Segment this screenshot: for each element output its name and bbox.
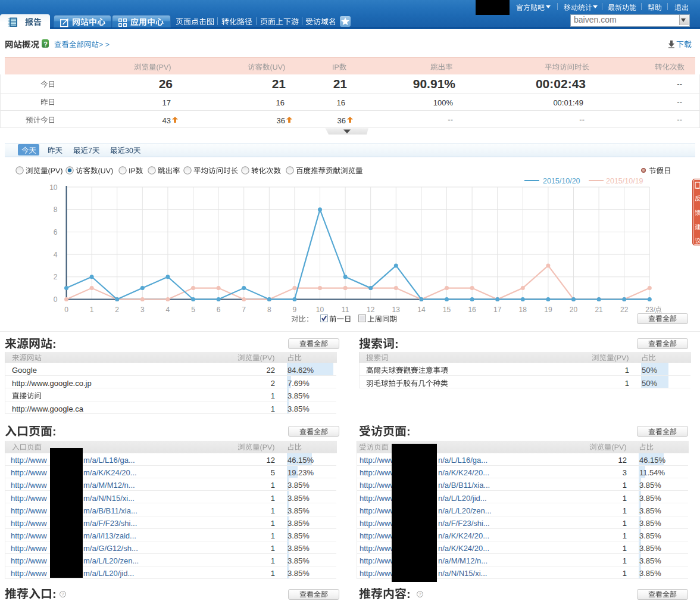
svg-text:14: 14 — [417, 306, 426, 314]
svg-text:6: 6 — [54, 228, 58, 236]
svg-text:2: 2 — [54, 273, 58, 281]
svg-text:15: 15 — [443, 306, 451, 314]
svg-text:4: 4 — [54, 251, 58, 259]
svg-text:17: 17 — [493, 306, 502, 314]
svg-text:9: 9 — [293, 306, 297, 314]
svg-text:10: 10 — [49, 183, 58, 192]
svg-text:19: 19 — [544, 306, 552, 314]
svg-text:3: 3 — [140, 306, 145, 314]
svg-text:11: 11 — [342, 306, 349, 314]
svg-text:5: 5 — [191, 306, 195, 314]
svg-text:4: 4 — [166, 306, 170, 314]
svg-text:8: 8 — [54, 205, 58, 214]
svg-text:22: 22 — [620, 306, 629, 314]
svg-text:6: 6 — [217, 306, 221, 314]
svg-text:2: 2 — [115, 306, 119, 314]
svg-text:20: 20 — [570, 306, 578, 314]
svg-text:1: 1 — [90, 306, 94, 314]
svg-text:21: 21 — [595, 306, 603, 314]
svg-text:?: ? — [61, 591, 64, 597]
svg-text:16: 16 — [468, 306, 476, 314]
svg-text:13: 13 — [392, 306, 401, 314]
svg-text:18: 18 — [519, 306, 527, 314]
svg-text:?: ? — [418, 591, 421, 597]
svg-text:7: 7 — [242, 306, 246, 314]
svg-text:0: 0 — [54, 295, 58, 304]
svg-text:12: 12 — [367, 306, 375, 314]
svg-text:8: 8 — [267, 306, 271, 314]
svg-text:0: 0 — [64, 306, 68, 314]
svg-text:10: 10 — [316, 306, 324, 314]
